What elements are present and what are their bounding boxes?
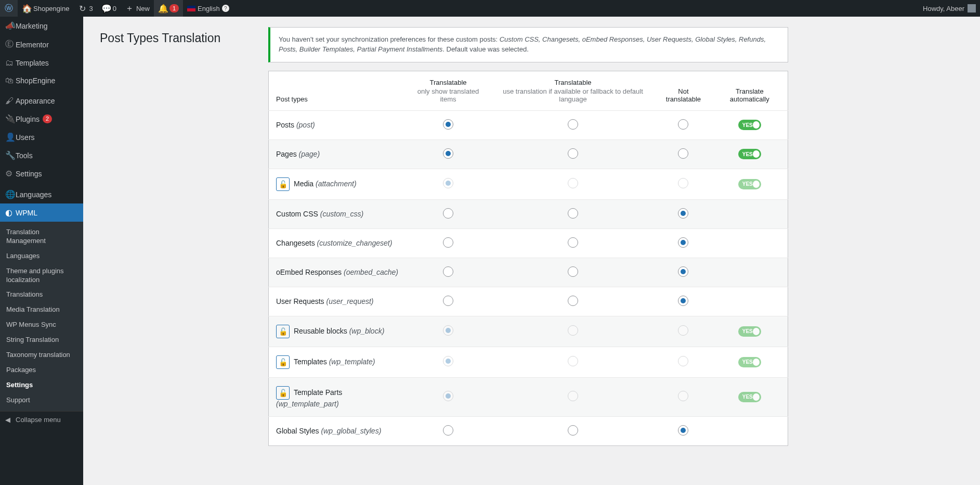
radio-option-3[interactable] xyxy=(678,148,688,159)
radio-option-2[interactable] xyxy=(568,296,578,306)
toggle-label: YES xyxy=(742,151,753,157)
radio-option-2[interactable] xyxy=(568,208,578,219)
radio-option-3[interactable] xyxy=(678,296,688,306)
radio-option-3[interactable] xyxy=(678,119,688,130)
radio-cell xyxy=(491,347,656,377)
radio-option-1[interactable] xyxy=(443,425,453,436)
wordpress-icon: ⓦ xyxy=(4,3,14,14)
sidebar-item-plugins[interactable]: 🔌Plugins2 xyxy=(0,110,83,128)
menu-label: Marketing xyxy=(16,22,47,30)
radio-option-2[interactable] xyxy=(568,237,578,248)
radio-cell xyxy=(406,199,491,228)
radio-option-1[interactable] xyxy=(443,237,453,248)
radio-option-1 xyxy=(443,325,453,336)
sidebar-item-wpml[interactable]: ◐WPML xyxy=(0,203,83,222)
sidebar-item-users[interactable]: 👤Users xyxy=(0,128,83,146)
submenu-item-media-translation[interactable]: Media Translation xyxy=(0,302,83,317)
lock-icon: 🔓 xyxy=(276,386,290,400)
sidebar-item-settings[interactable]: ⚙Settings xyxy=(0,164,83,183)
radio-option-1[interactable] xyxy=(443,148,453,159)
notice-post: . Default value was selected. xyxy=(442,45,528,53)
sidebar-item-shopengine[interactable]: 🛍ShopEngine xyxy=(0,72,83,90)
sidebar-top-group: 📣MarketingⒺElementor🗂Templates🛍ShopEngin… xyxy=(0,17,83,90)
table-row: Pages (page)YES xyxy=(269,139,788,169)
radio-cell xyxy=(655,287,711,316)
howdy-text: Howdy, Abeer xyxy=(923,5,964,12)
sidebar-item-tools[interactable]: 🔧Tools xyxy=(0,146,83,164)
new-content-link[interactable]: ＋New xyxy=(121,0,154,17)
toggle-cell: YES xyxy=(712,377,788,416)
table-row: 🔓Media (attachment)YES xyxy=(269,169,788,199)
updates-count: 3 xyxy=(89,5,93,12)
submenu-item-packages[interactable]: Packages xyxy=(0,363,83,378)
radio-option-3[interactable] xyxy=(678,425,688,436)
menu-icon: 🔧 xyxy=(5,150,16,160)
radio-option-1 xyxy=(443,178,453,188)
sidebar-item-marketing[interactable]: 📣Marketing xyxy=(0,17,83,35)
notifications-link[interactable]: 🔔1 xyxy=(154,0,183,17)
site-name-link[interactable]: 🏠Shopengine xyxy=(18,0,73,17)
radio-cell xyxy=(655,316,711,347)
radio-option-2[interactable] xyxy=(568,266,578,277)
radio-cell xyxy=(491,199,656,228)
comments-link[interactable]: 💬0 xyxy=(97,0,121,17)
toggle-label: YES xyxy=(742,328,753,334)
submenu-item-theme-and-plugins-localization[interactable]: Theme and plugins localization xyxy=(0,264,83,288)
sidebar-item-languages[interactable]: 🌐Languages xyxy=(0,185,83,203)
my-account-link[interactable]: Howdy, Abeer xyxy=(919,0,980,17)
submenu-item-translation-management[interactable]: Translation Management xyxy=(0,225,83,249)
toggle-cell xyxy=(712,258,788,287)
sidebar-item-elementor[interactable]: ⒺElementor xyxy=(0,35,83,54)
submenu-item-support[interactable]: Support xyxy=(0,393,83,408)
radio-cell xyxy=(406,377,491,416)
submenu-item-languages[interactable]: Languages xyxy=(0,249,83,264)
table-row: Custom CSS (custom_css) xyxy=(269,199,788,228)
collapse-icon: ◀ xyxy=(5,416,16,424)
radio-option-2 xyxy=(568,391,578,401)
submenu-item-string-translation[interactable]: String Translation xyxy=(0,333,83,348)
menu-icon: 🗂 xyxy=(5,58,16,68)
translate-auto-toggle[interactable]: YES xyxy=(738,120,761,130)
translate-auto-toggle[interactable]: YES xyxy=(738,149,761,159)
uk-flag-icon xyxy=(187,6,195,11)
language-selector[interactable]: English? xyxy=(183,0,233,17)
notice-pre: You haven't set your synchronization pre… xyxy=(279,35,500,43)
post-type-slug: (customize_changeset) xyxy=(317,239,393,247)
menu-label: Users xyxy=(16,133,35,142)
collapse-menu-button[interactable]: ◀Collapse menu xyxy=(0,411,83,428)
radio-option-3[interactable] xyxy=(678,208,688,219)
radio-option-1 xyxy=(443,356,453,366)
post-type-cell: 🔓Templates (wp_template) xyxy=(269,347,406,377)
menu-icon: 👤 xyxy=(5,132,16,142)
toggle-cell: YES xyxy=(712,110,788,139)
updates-link[interactable]: ↻3 xyxy=(73,0,97,17)
submenu-item-wp-menus-sync[interactable]: WP Menus Sync xyxy=(0,317,83,333)
sidebar-item-appearance[interactable]: 🖌Appearance xyxy=(0,92,83,110)
radio-option-1[interactable] xyxy=(443,208,453,219)
submenu-item-taxonomy-translation[interactable]: Taxonomy translation xyxy=(0,348,83,363)
post-type-cell: 🔓Media (attachment) xyxy=(269,169,406,199)
radio-option-2 xyxy=(568,356,578,366)
radio-option-2[interactable] xyxy=(568,425,578,436)
main-content: Post Types Translation You haven't set y… xyxy=(83,0,980,468)
radio-option-2[interactable] xyxy=(568,148,578,159)
radio-option-1[interactable] xyxy=(443,119,453,130)
radio-option-1[interactable] xyxy=(443,266,453,277)
wp-logo[interactable]: ⓦ xyxy=(0,0,18,17)
radio-cell xyxy=(406,110,491,139)
radio-option-3[interactable] xyxy=(678,266,688,277)
radio-option-1[interactable] xyxy=(443,296,453,306)
new-label: New xyxy=(136,5,150,12)
menu-label: Plugins xyxy=(16,115,40,123)
radio-option-2[interactable] xyxy=(568,119,578,130)
radio-cell xyxy=(406,347,491,377)
radio-option-3[interactable] xyxy=(678,237,688,248)
admin-bar: ⓦ 🏠Shopengine ↻3 💬0 ＋New 🔔1 English? How… xyxy=(0,0,980,17)
submenu-item-translations[interactable]: Translations xyxy=(0,287,83,302)
toggle-knob xyxy=(753,121,760,129)
sidebar-item-templates[interactable]: 🗂Templates xyxy=(0,54,83,72)
toggle-knob xyxy=(753,393,760,401)
wpml-label: WPML xyxy=(16,209,37,217)
radio-cell xyxy=(655,228,711,258)
submenu-item-settings[interactable]: Settings xyxy=(0,378,83,393)
